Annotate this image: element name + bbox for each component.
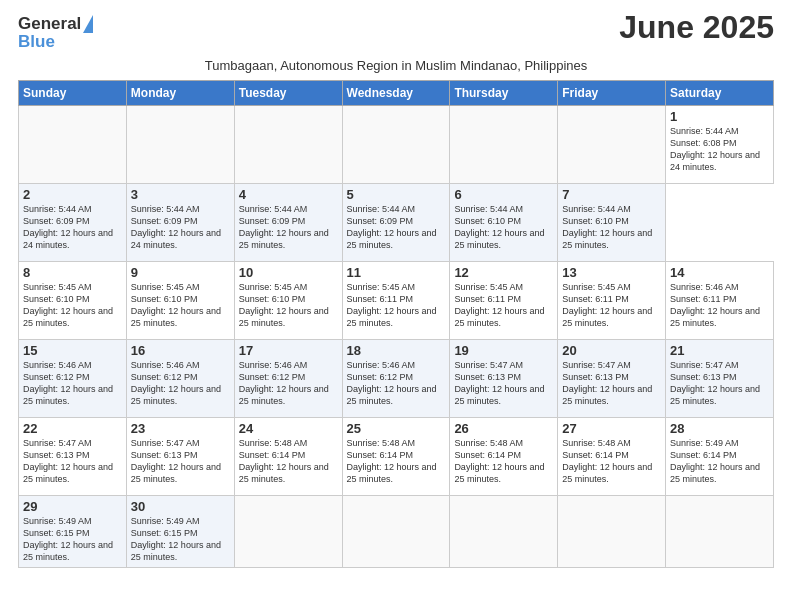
day-info: Sunrise: 5:44 AMSunset: 6:09 PMDaylight:… (239, 204, 329, 250)
day-cell-3: 3 Sunrise: 5:44 AMSunset: 6:09 PMDayligh… (126, 184, 234, 262)
day-cell-13: 13 Sunrise: 5:45 AMSunset: 6:11 PMDaylig… (558, 262, 666, 340)
day-cell-11: 11 Sunrise: 5:45 AMSunset: 6:11 PMDaylig… (342, 262, 450, 340)
week-row-4: 15 Sunrise: 5:46 AMSunset: 6:12 PMDaylig… (19, 340, 774, 418)
empty-cell (342, 496, 450, 568)
day-number: 21 (670, 343, 769, 358)
day-cell-29: 29 Sunrise: 5:49 AMSunset: 6:15 PMDaylig… (19, 496, 127, 568)
day-info: Sunrise: 5:49 AMSunset: 6:14 PMDaylight:… (670, 438, 760, 484)
header: General Blue June 2025 (18, 10, 774, 52)
day-header-tuesday: Tuesday (234, 81, 342, 106)
day-cell-25: 25 Sunrise: 5:48 AMSunset: 6:14 PMDaylig… (342, 418, 450, 496)
day-info: Sunrise: 5:49 AMSunset: 6:15 PMDaylight:… (23, 516, 113, 562)
day-info: Sunrise: 5:48 AMSunset: 6:14 PMDaylight:… (239, 438, 329, 484)
day-number: 16 (131, 343, 230, 358)
day-number: 15 (23, 343, 122, 358)
logo-general: General (18, 14, 81, 34)
day-cell-23: 23 Sunrise: 5:47 AMSunset: 6:13 PMDaylig… (126, 418, 234, 496)
day-info: Sunrise: 5:45 AMSunset: 6:10 PMDaylight:… (131, 282, 221, 328)
day-info: Sunrise: 5:47 AMSunset: 6:13 PMDaylight:… (670, 360, 760, 406)
calendar-table: SundayMondayTuesdayWednesdayThursdayFrid… (18, 80, 774, 568)
header-row: SundayMondayTuesdayWednesdayThursdayFrid… (19, 81, 774, 106)
day-cell-20: 20 Sunrise: 5:47 AMSunset: 6:13 PMDaylig… (558, 340, 666, 418)
day-number: 8 (23, 265, 122, 280)
day-info: Sunrise: 5:44 AMSunset: 6:09 PMDaylight:… (347, 204, 437, 250)
logo-blue: Blue (18, 32, 93, 52)
day-cell-21: 21 Sunrise: 5:47 AMSunset: 6:13 PMDaylig… (666, 340, 774, 418)
day-info: Sunrise: 5:44 AMSunset: 6:10 PMDaylight:… (454, 204, 544, 250)
day-info: Sunrise: 5:44 AMSunset: 6:09 PMDaylight:… (23, 204, 113, 250)
empty-cell (558, 496, 666, 568)
empty-cell (126, 106, 234, 184)
day-number: 30 (131, 499, 230, 514)
day-info: Sunrise: 5:45 AMSunset: 6:11 PMDaylight:… (454, 282, 544, 328)
empty-cell (234, 106, 342, 184)
day-number: 22 (23, 421, 122, 436)
day-cell-6: 6 Sunrise: 5:44 AMSunset: 6:10 PMDayligh… (450, 184, 558, 262)
week-row-5: 22 Sunrise: 5:47 AMSunset: 6:13 PMDaylig… (19, 418, 774, 496)
day-header-friday: Friday (558, 81, 666, 106)
day-header-wednesday: Wednesday (342, 81, 450, 106)
day-number: 14 (670, 265, 769, 280)
day-cell-8: 8 Sunrise: 5:45 AMSunset: 6:10 PMDayligh… (19, 262, 127, 340)
day-number: 13 (562, 265, 661, 280)
day-number: 1 (670, 109, 769, 124)
day-cell-5: 5 Sunrise: 5:44 AMSunset: 6:09 PMDayligh… (342, 184, 450, 262)
day-info: Sunrise: 5:48 AMSunset: 6:14 PMDaylight:… (347, 438, 437, 484)
day-info: Sunrise: 5:47 AMSunset: 6:13 PMDaylight:… (562, 360, 652, 406)
day-info: Sunrise: 5:47 AMSunset: 6:13 PMDaylight:… (454, 360, 544, 406)
day-number: 18 (347, 343, 446, 358)
day-number: 24 (239, 421, 338, 436)
day-number: 19 (454, 343, 553, 358)
day-info: Sunrise: 5:44 AMSunset: 6:09 PMDaylight:… (131, 204, 221, 250)
day-header-sunday: Sunday (19, 81, 127, 106)
day-header-monday: Monday (126, 81, 234, 106)
empty-cell (234, 496, 342, 568)
week-row-3: 8 Sunrise: 5:45 AMSunset: 6:10 PMDayligh… (19, 262, 774, 340)
day-info: Sunrise: 5:47 AMSunset: 6:13 PMDaylight:… (131, 438, 221, 484)
day-cell-7: 7 Sunrise: 5:44 AMSunset: 6:10 PMDayligh… (558, 184, 666, 262)
day-cell-17: 17 Sunrise: 5:46 AMSunset: 6:12 PMDaylig… (234, 340, 342, 418)
day-info: Sunrise: 5:44 AMSunset: 6:08 PMDaylight:… (670, 126, 760, 172)
day-cell-9: 9 Sunrise: 5:45 AMSunset: 6:10 PMDayligh… (126, 262, 234, 340)
day-cell-10: 10 Sunrise: 5:45 AMSunset: 6:10 PMDaylig… (234, 262, 342, 340)
day-info: Sunrise: 5:48 AMSunset: 6:14 PMDaylight:… (562, 438, 652, 484)
month-title: June 2025 (93, 10, 774, 45)
day-number: 17 (239, 343, 338, 358)
day-number: 20 (562, 343, 661, 358)
day-info: Sunrise: 5:46 AMSunset: 6:12 PMDaylight:… (239, 360, 329, 406)
day-number: 10 (239, 265, 338, 280)
week-row-2: 2 Sunrise: 5:44 AMSunset: 6:09 PMDayligh… (19, 184, 774, 262)
day-number: 9 (131, 265, 230, 280)
day-cell-30: 30 Sunrise: 5:49 AMSunset: 6:15 PMDaylig… (126, 496, 234, 568)
day-cell-28: 28 Sunrise: 5:49 AMSunset: 6:14 PMDaylig… (666, 418, 774, 496)
day-number: 11 (347, 265, 446, 280)
day-cell-26: 26 Sunrise: 5:48 AMSunset: 6:14 PMDaylig… (450, 418, 558, 496)
empty-cell (450, 496, 558, 568)
day-cell-19: 19 Sunrise: 5:47 AMSunset: 6:13 PMDaylig… (450, 340, 558, 418)
day-number: 28 (670, 421, 769, 436)
day-number: 2 (23, 187, 122, 202)
logo: General Blue (18, 14, 93, 52)
day-info: Sunrise: 5:45 AMSunset: 6:11 PMDaylight:… (347, 282, 437, 328)
week-row-1: 1 Sunrise: 5:44 AMSunset: 6:08 PMDayligh… (19, 106, 774, 184)
week-row-6: 29 Sunrise: 5:49 AMSunset: 6:15 PMDaylig… (19, 496, 774, 568)
day-cell-4: 4 Sunrise: 5:44 AMSunset: 6:09 PMDayligh… (234, 184, 342, 262)
day-number: 27 (562, 421, 661, 436)
day-header-thursday: Thursday (450, 81, 558, 106)
page: General Blue June 2025 Tumbagaan, Autono… (0, 0, 792, 578)
empty-cell (558, 106, 666, 184)
day-info: Sunrise: 5:45 AMSunset: 6:11 PMDaylight:… (562, 282, 652, 328)
day-cell-16: 16 Sunrise: 5:46 AMSunset: 6:12 PMDaylig… (126, 340, 234, 418)
day-number: 6 (454, 187, 553, 202)
empty-cell (342, 106, 450, 184)
empty-cell (666, 496, 774, 568)
day-info: Sunrise: 5:47 AMSunset: 6:13 PMDaylight:… (23, 438, 113, 484)
day-number: 26 (454, 421, 553, 436)
empty-cell (450, 106, 558, 184)
day-number: 23 (131, 421, 230, 436)
day-info: Sunrise: 5:46 AMSunset: 6:11 PMDaylight:… (670, 282, 760, 328)
day-cell-12: 12 Sunrise: 5:45 AMSunset: 6:11 PMDaylig… (450, 262, 558, 340)
day-header-saturday: Saturday (666, 81, 774, 106)
day-number: 12 (454, 265, 553, 280)
title-area: June 2025 (93, 10, 774, 45)
